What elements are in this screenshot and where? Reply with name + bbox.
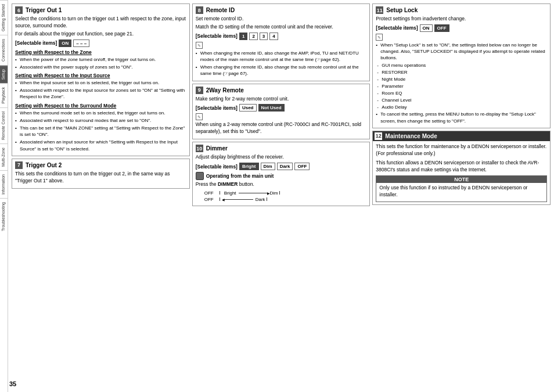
setup-lock-list-7: Audio Delay [376, 104, 547, 111]
trigger-out-1-surround-heading: Setting with Respect to the Surround Mod… [15, 103, 186, 109]
remote-id-note-2: When changing the remote ID, also change… [196, 64, 367, 77]
setup-lock-body: Protect settings from inadvertent change… [376, 16, 547, 23]
trigger-out-1-input-bullet-2: Associated with respect to the input sou… [15, 87, 186, 100]
maintenance-mode-label: Maintenance Mode [385, 133, 437, 139]
setup-lock-note-icon-row: ✎ [376, 34, 547, 41]
trigger-out-1-title: 6 Trigger Out 1 [15, 6, 186, 14]
trigger-out-1-badge-on[interactable]: ON [59, 39, 71, 47]
dimmer-label: Dimmer [206, 145, 228, 152]
diag-off-label-bottom: OFF [204, 197, 218, 202]
dimmer-badge-off[interactable]: OFF [294, 163, 310, 170]
sidebar-tab-getting-started[interactable]: Getting Started [0, 0, 8, 35]
remote-id-section: 8 Remote ID Set remote control ID. Match… [192, 3, 370, 81]
trigger-out-1-surround-bullet-4: Associated when an input source for whic… [15, 139, 186, 152]
tway-remote-selectable: [Selectable items] Used Not Used [196, 104, 367, 112]
setup-lock-badge-on[interactable]: ON [420, 24, 433, 32]
trigger-out-2-label: Trigger Out 2 [26, 162, 62, 168]
dimmer-num: 10 [196, 145, 203, 152]
dimmer-badge-dark[interactable]: Dark [277, 163, 293, 170]
sidebar: Getting Started Connections Setup Playba… [0, 0, 8, 392]
maintenance-mode-note: This function allows a DENON servicepers… [376, 160, 547, 174]
maintenance-mode-body: This sets the function for maintenance b… [376, 143, 547, 157]
operating-title-text: Operating from the main unit [206, 173, 274, 179]
sidebar-tab-connections[interactable]: Connections [0, 35, 8, 65]
trigger-out-1-note: For details about the trigger out functi… [15, 31, 186, 38]
remote-id-badge-3[interactable]: 3 [260, 33, 268, 40]
tway-remote-selectable-label: [Selectable items] [196, 105, 238, 111]
setup-lock-section: 11 Setup Lock Protect settings from inad… [372, 3, 551, 128]
remote-id-note-icon-row: ✎ [196, 42, 367, 49]
trigger-out-1-input-heading: Setting with Respect to the Input Source [15, 73, 186, 78]
sidebar-tab-setup[interactable]: Setup [0, 65, 8, 83]
trigger-out-1-badge-dashes[interactable]: – – – [73, 39, 89, 47]
sidebar-tab-playback[interactable]: Playback [0, 83, 8, 107]
setup-lock-list-4: Parameter [376, 83, 547, 90]
dimmer-badge-bright[interactable]: Bright [239, 163, 259, 170]
trigger-out-1-zone-heading: Setting with Respect to the Zone [15, 49, 186, 55]
trigger-out-1-input-bullet-1: When the input source set to on is selec… [15, 80, 186, 86]
sidebar-tab-information[interactable]: Information [0, 170, 8, 198]
sidebar-tab-remote-control[interactable]: Remote Control [0, 107, 8, 143]
tway-remote-badge-used[interactable]: Used [239, 104, 257, 112]
setup-lock-note-2: To cancel the setting, press the MENU bu… [376, 111, 547, 124]
main-content: 6 Trigger Out 1 Select the conditions to… [8, 0, 554, 392]
setup-lock-note-1: When "Setup Lock" is set to "ON", the se… [376, 42, 547, 62]
dimmer-badge-dim[interactable]: Dim [261, 163, 275, 170]
trigger-out-1-label: Trigger Out 1 [26, 7, 62, 13]
setup-lock-title: 11 Setup Lock [376, 6, 547, 14]
col-left: 6 Trigger Out 1 Select the conditions to… [12, 3, 190, 389]
operating-section: Operating from the main unit Press the D… [196, 172, 367, 188]
col-right: 11 Setup Lock Protect settings from inad… [372, 3, 551, 389]
trigger-out-1-selectable-label: [Selectable items] [15, 40, 57, 46]
dimmer-selectable: [Selectable items] Bright Dim Dark OFF [196, 163, 367, 170]
trigger-out-1-num: 6 [15, 6, 23, 14]
trigger-out-1-section: 6 Trigger Out 1 Select the conditions to… [12, 3, 190, 156]
tway-remote-badge-not-used[interactable]: Not Used [258, 104, 285, 112]
remote-id-badge-4[interactable]: 4 [269, 33, 278, 40]
col-mid: 8 Remote ID Set remote control ID. Match… [192, 3, 370, 389]
trigger-out-1-surround-bullet-3: This can be set if the "MAIN ZONE" setti… [15, 125, 186, 138]
setup-lock-list-2: RESTORER [376, 69, 547, 76]
diag-row-top: OFF Bright ▶ Dim [204, 190, 367, 196]
remote-id-note-icon: ✎ [196, 42, 203, 49]
maintenance-mode-title: 12 Maintenance Mode [373, 131, 550, 141]
setup-lock-badge-off[interactable]: OFF [434, 24, 449, 32]
operating-body: Press the DIMMER button. [196, 181, 367, 188]
diag-dim-label-top: Dim [270, 190, 278, 196]
tway-remote-note: When using a 2-way remote control unit (… [196, 121, 367, 135]
sidebar-tab-troubleshooting[interactable]: Troubleshooting [0, 198, 8, 235]
diag-row-bottom: OFF ◀ Dark [204, 197, 367, 202]
trigger-out-2-section: 7 Trigger Out 2 This sets the conditions… [12, 159, 190, 189]
dimmer-bold: DIMMER [218, 181, 238, 187]
tway-remote-title: 9 2Way Remote [196, 87, 367, 94]
setup-lock-label: Setup Lock [386, 7, 418, 13]
setup-lock-list-3: Night Mode [376, 76, 547, 83]
trigger-out-1-surround-bullet-2: Associated with respect to surround mode… [15, 117, 186, 124]
setup-lock-selectable: [Selectable items] ON OFF [376, 24, 547, 32]
setup-lock-list-1: GUI menu operations [376, 62, 547, 69]
dimmer-body: Adjust display brightness of the receive… [196, 154, 367, 161]
tway-remote-section: 9 2Way Remote Make setting for 2-way rem… [192, 84, 370, 140]
tway-remote-note-icon-row: ✎ [196, 113, 367, 120]
sidebar-tab-multi-zone[interactable]: Multi-Zone [0, 143, 8, 170]
remote-id-badge-2[interactable]: 2 [249, 33, 257, 40]
remote-id-body: Set remote control ID. [196, 16, 367, 23]
remote-id-badge-1[interactable]: 1 [239, 33, 247, 40]
note-box-title: NOTE [376, 176, 546, 183]
setup-lock-selectable-label: [Selectable items] [376, 25, 418, 31]
remote-icon [196, 172, 204, 180]
maintenance-mode-num: 12 [375, 132, 382, 140]
trigger-out-2-num: 7 [15, 161, 23, 169]
setup-lock-note-icon: ✎ [376, 34, 383, 41]
setup-lock-list-5: Room EQ [376, 90, 547, 97]
trigger-out-1-body: Select the conditions to turn on the tri… [15, 16, 186, 30]
setup-lock-list-6: Channel Level [376, 97, 547, 104]
tway-remote-body: Make setting for 2-way remote control un… [196, 96, 367, 103]
trigger-out-1-surround-bullet-1: When the surround mode set to on is sele… [15, 110, 186, 116]
dimmer-selectable-label: [Selectable items] [196, 164, 238, 170]
maintenance-mode-section: 12 Maintenance Mode This sets the functi… [372, 131, 551, 205]
remote-id-title: 8 Remote ID [196, 6, 367, 14]
operating-title: Operating from the main unit [196, 172, 367, 180]
trigger-out-1-zone-bullet-2: Associated with the power supply of zone… [15, 64, 186, 70]
note-box-body: Only use this function if so instructed … [379, 185, 544, 199]
